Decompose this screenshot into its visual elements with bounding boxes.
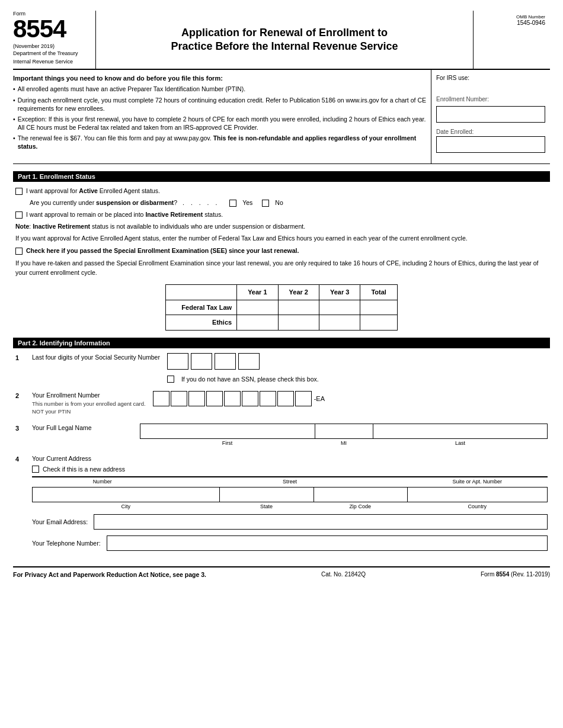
suite-group: Suite or Apt. Number — [407, 476, 548, 485]
enroll-box-9[interactable] — [295, 391, 312, 406]
table-header-year1: Year 1 — [237, 285, 278, 300]
address-header: Your Current Address — [32, 454, 548, 463]
enrollment-number-label: Enrollment Number: — [436, 96, 545, 102]
street-label: Street — [172, 479, 407, 485]
ftl-year1-input[interactable] — [237, 300, 278, 315]
see-checkbox[interactable] — [15, 248, 23, 255]
ssn-box-4[interactable] — [238, 353, 260, 370]
part2-content: 1 Last four digits of your Social Securi… — [13, 353, 550, 557]
field1-inputs: If you do not have an SSN, please check … — [167, 353, 548, 383]
no-label: No — [275, 198, 283, 208]
see-text: If you want approval for Active Enrolled… — [15, 234, 548, 243]
checkbox1-row: I want approval for Active Enrolled Agen… — [15, 187, 548, 196]
city-state-row: City State Zip Code Country — [32, 487, 548, 509]
field1-num: 1 — [15, 353, 32, 361]
enroll-box-6[interactable] — [242, 391, 258, 406]
field1-row: 1 Last four digits of your Social Securi… — [15, 353, 548, 383]
enroll-box-8[interactable] — [277, 391, 294, 406]
field4-num: 4 — [15, 454, 32, 463]
no-ssn-checkbox[interactable] — [167, 376, 174, 383]
irs-use-section: For IRS use: Enrollment Number: Date Enr… — [431, 70, 550, 163]
ssn-box-3[interactable] — [215, 353, 236, 370]
info-bullet-1: • All enrolled agents must have an activ… — [13, 85, 426, 93]
date-enrolled-box[interactable] — [436, 136, 545, 153]
state-input[interactable] — [219, 487, 313, 502]
field2-inputs: -EA — [153, 391, 548, 406]
enroll-box-3[interactable] — [188, 391, 205, 406]
enrollment-number-box[interactable] — [436, 106, 545, 123]
zip-label: Zip Code — [314, 503, 407, 509]
last-name-input[interactable] — [373, 424, 548, 439]
no-item: No — [262, 198, 283, 208]
field2-num: 2 — [15, 391, 32, 399]
zip-input[interactable] — [314, 487, 407, 502]
street-number-input[interactable] — [32, 476, 172, 477]
country-group: Country — [407, 487, 548, 509]
ea-suffix: -EA — [314, 395, 325, 402]
field3-label: Your Full Legal Name — [32, 424, 133, 432]
field2-label3: NOT your PTIN — [32, 408, 146, 415]
info-bullet-3: • Exception: If this is your first renew… — [13, 115, 426, 132]
new-address-checkbox[interactable] — [32, 466, 39, 473]
check-new-address-row: Check if this is a new address — [32, 466, 548, 473]
check-new-address-label: Check if this is a new address — [43, 466, 125, 473]
table-row-ethics: Ethics — [166, 315, 398, 331]
street-row: Number Street Suite or Apt. Number — [32, 476, 548, 485]
first-name-group: First — [140, 424, 315, 446]
part1-content: I want approval for Active Enrolled Agen… — [13, 187, 550, 331]
active-status-checkbox[interactable] — [15, 188, 23, 195]
form-title-line1: Application for Renewal of Enrollment to… — [171, 26, 398, 54]
table-header-empty — [166, 285, 237, 300]
mi-label: MI — [315, 440, 373, 446]
mi-group: MI — [315, 424, 373, 446]
country-input[interactable] — [407, 487, 548, 502]
inactive-status-checkbox[interactable] — [15, 211, 23, 219]
ethics-year1-input[interactable] — [237, 315, 278, 331]
enroll-box-2[interactable] — [171, 391, 187, 406]
yes-checkbox[interactable] — [229, 200, 236, 207]
enroll-box-5[interactable] — [224, 391, 241, 406]
last-name-group: Last — [373, 424, 548, 446]
table-row-federal: Federal Tax Law — [166, 300, 398, 315]
city-input[interactable] — [32, 487, 219, 502]
enroll-box-7[interactable] — [260, 391, 276, 406]
city-label: City — [32, 503, 219, 509]
ethics-total-input[interactable] — [360, 315, 397, 331]
ftl-year3-input[interactable] — [319, 300, 360, 315]
part1-header: Part 1. Enrollment Status — [13, 171, 550, 182]
form-id-section: Form 8554 (November 2019) Department of … — [13, 11, 96, 69]
ethics-year2-input[interactable] — [278, 315, 319, 331]
ftl-year2-input[interactable] — [278, 300, 319, 315]
dept-line2: Internal Revenue Service — [13, 59, 91, 66]
street-group: Street — [172, 476, 407, 485]
enroll-box-4[interactable] — [206, 391, 223, 406]
ftl-total-input[interactable] — [360, 300, 397, 315]
ssn-box-2[interactable] — [191, 353, 212, 370]
field4-row: 4 Your Current Address Check if this is … — [15, 454, 548, 557]
footer-cat: Cat. No. 21842Q — [321, 571, 366, 578]
email-input[interactable] — [94, 514, 548, 530]
table-header-year2: Year 2 — [278, 285, 319, 300]
footer: For Privacy Act and Paperwork Reduction … — [13, 566, 550, 578]
no-ssn-label: If you do not have an SSN, please check … — [181, 376, 319, 383]
email-row: Your Email Address: — [32, 514, 548, 530]
first-name-label: First — [140, 440, 315, 446]
ssn-box-1[interactable] — [167, 353, 188, 370]
street-input[interactable] — [172, 476, 407, 477]
suite-input[interactable] — [407, 476, 548, 477]
field4-label: Your Current Address — [32, 454, 127, 463]
form-title-section: Application for Renewal of Enrollment to… — [96, 11, 473, 69]
form-number: 8554 — [13, 17, 91, 41]
first-name-input[interactable] — [140, 424, 315, 439]
no-checkbox[interactable] — [262, 200, 269, 207]
yes-no-group: Yes No — [229, 198, 283, 208]
info-bullet-2: • During each enrollment cycle, you must… — [13, 96, 426, 113]
suspension-row: Are you currently under suspension or di… — [15, 198, 548, 208]
mi-input[interactable] — [315, 424, 373, 439]
tel-input[interactable] — [107, 535, 548, 551]
enroll-box-1[interactable] — [153, 391, 169, 406]
ethics-year3-input[interactable] — [319, 315, 360, 331]
no-ssn-row: If you do not have an SSN, please check … — [167, 376, 548, 383]
zip-group: Zip Code — [314, 487, 407, 509]
last-name-label: Last — [373, 440, 548, 446]
